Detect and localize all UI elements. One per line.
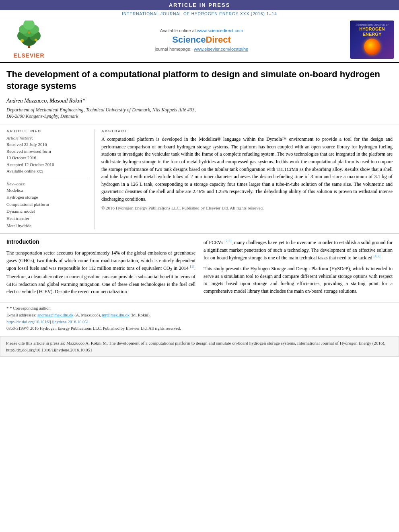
footnote-issn: 0360-3199/© 2016 Hydrogen Energy Publica… (6, 325, 393, 332)
elsevier-brand-text: ELSEVIER (13, 52, 44, 59)
authors: Andrea Mazzucco, Masoud Rokni* (6, 98, 393, 104)
svg-point-10 (28, 31, 30, 34)
keyword-dynamic-model: Dynamic model (6, 208, 88, 215)
abstract-text: A computational platform is developed in… (101, 136, 393, 203)
keyword-heat-transfer: Heat transfer (6, 215, 88, 222)
hydrogen-energy-badge: International Journal of HYDROGEN ENERGY (350, 21, 394, 59)
available-online-text: Available online at www.sciencedirect.co… (160, 28, 243, 33)
badge-orb-icon (364, 39, 380, 55)
elsevier-tree-icon (11, 21, 47, 51)
sciencedirect-url-link[interactable]: www.sciencedirect.com (197, 28, 243, 33)
keyword-metal-hydride: Metal hydride (6, 222, 88, 230)
introduction-left-column: Introduction The transportation sector a… (6, 238, 195, 299)
article-info-column: ARTICLE INFO Article history: Received 2… (6, 129, 95, 229)
keywords-label: Keywords: (6, 181, 88, 186)
badge-title: HYDROGEN ENERGY (359, 27, 385, 37)
introduction-right-column: of FCEVs [2,3], many challenges have yet… (204, 238, 393, 299)
abstract-column: ABSTRACT A computational platform is dev… (95, 129, 393, 229)
accepted-date: Accepted 12 October 2016 (6, 161, 88, 168)
received-revised-label: Received in revised form (6, 148, 88, 155)
keywords-list: Modelica Hydrogen storage Computational … (6, 187, 88, 230)
citation-text: Please cite this article in press as: Ma… (6, 341, 385, 352)
journal-homepage-line: journal homepage: www.elsevier.com/locat… (155, 47, 248, 51)
journal-homepage-label: journal homepage: (155, 47, 191, 51)
divider (6, 178, 88, 178)
footnote-corresponding: * * Corresponding author. (6, 305, 393, 312)
keyword-hydrogen-storage: Hydrogen storage (6, 194, 88, 201)
footnote-area: * * Corresponding author. E-mail address… (0, 302, 399, 335)
doi-link[interactable]: http://dx.doi.org/10.1016/j.ijhydene.201… (6, 320, 89, 324)
journal-line: INTERNATIONAL JOURNAL OF HYDROGEN ENERGY… (0, 10, 399, 17)
introduction-paragraph-1: The transportation sector accounts for a… (6, 249, 195, 296)
svg-point-8 (21, 39, 24, 42)
abstract-label: ABSTRACT (101, 129, 393, 133)
elsevier-logo: ELSEVIER (5, 21, 53, 59)
footnote-email: E-mail addresses: andmaz@mek.dtu.dk (A. … (6, 312, 393, 319)
article-in-press-banner: ARTICLE IN PRESS (0, 0, 399, 10)
citation-box: Please cite this article in press as: Ma… (0, 336, 399, 357)
introduction-heading: Introduction (6, 238, 39, 246)
introduction-paragraph-2: of FCEVs [2,3], many challenges have yet… (204, 238, 393, 295)
abstract-copyright: © 2016 Hydrogen Energy Publications LLC.… (101, 205, 393, 210)
email-link-2[interactable]: mr@mek.dtu.dk (102, 313, 130, 317)
article-info-abstract-section: ARTICLE INFO Article history: Received 2… (0, 125, 399, 234)
received-revised-date: 10 October 2016 (6, 154, 88, 161)
affiliation: Department of Mechanical Engineering, Te… (6, 107, 393, 120)
keyword-computational-platform: Computational platform (6, 201, 88, 208)
introduction-section: Introduction The transportation sector a… (0, 234, 399, 302)
header-center: Available online at www.sciencedirect.co… (58, 21, 345, 59)
keyword-modelica: Modelica (6, 187, 88, 194)
email-link-1[interactable]: andmaz@mek.dtu.dk (37, 313, 74, 317)
article-title-section: The development of a computational platf… (0, 63, 399, 125)
header-area: ELSEVIER Available online at www.science… (0, 17, 399, 63)
article-history-title: Article history: (6, 136, 88, 140)
sciencedirect-brand: ScienceDirect (172, 35, 231, 45)
introduction-body: Introduction The transportation sector a… (6, 238, 393, 299)
journal-homepage-link[interactable]: www.elsevier.com/locate/he (194, 47, 248, 51)
article-title: The development of a computational platf… (6, 69, 393, 92)
available-online: Available online xxx (6, 168, 88, 175)
received-date-1: Received 22 July 2016 (6, 141, 88, 148)
badge-top-text: International Journal of (356, 23, 388, 27)
article-history-block: Article history: Received 22 July 2016 R… (6, 136, 88, 175)
article-info-label: ARTICLE INFO (6, 129, 88, 133)
svg-point-9 (35, 39, 37, 41)
footnote-doi: http://dx.doi.org/10.1016/j.ijhydene.201… (6, 319, 393, 326)
